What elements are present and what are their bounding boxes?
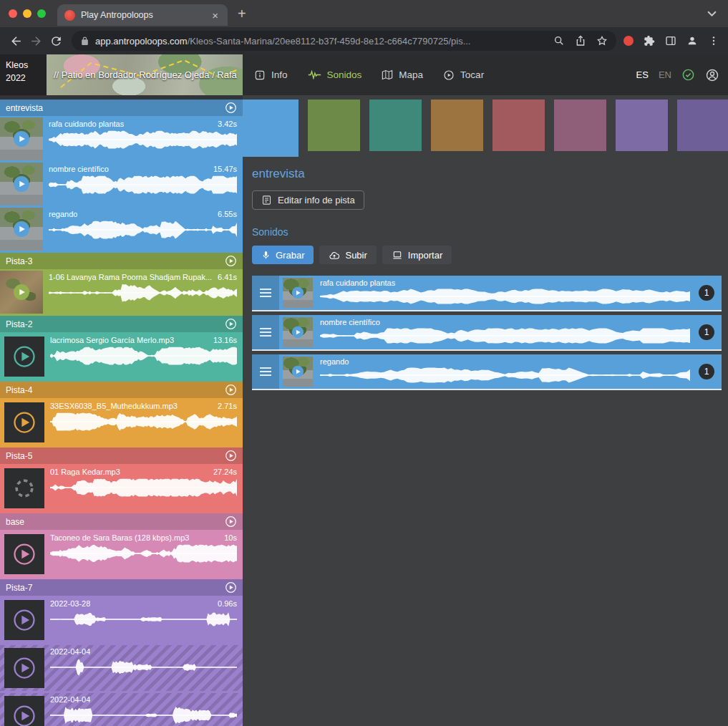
track-header[interactable]: Pista-4 (0, 382, 243, 398)
swatch-pista-8[interactable] (677, 100, 728, 151)
clip-loading-button[interactable] (4, 468, 44, 508)
share-icon[interactable] (575, 35, 586, 47)
edit-track-info-label: Editar info de pista (278, 195, 355, 205)
browser-tab[interactable]: Play Antropoloops × (57, 4, 228, 26)
clip-play-button[interactable] (4, 337, 44, 377)
reload-button[interactable] (46, 31, 66, 51)
swatch-pista-5[interactable] (492, 100, 545, 151)
clip-thumbnail[interactable] (0, 163, 43, 205)
clip-row[interactable]: lacrimosa Sergio García Merlo.mp313.16s (0, 334, 243, 379)
clip-name: 01 Raga Kedar.mp3 (50, 468, 120, 476)
count-badge: 1 (699, 364, 714, 379)
swatch-base[interactable] (554, 100, 606, 151)
tab-tocar[interactable]: Tocar (443, 69, 484, 81)
track-header[interactable]: Pista-3 (0, 253, 243, 269)
track-header[interactable]: Pista-2 (0, 316, 243, 332)
extensions-puzzle-icon[interactable] (644, 35, 655, 47)
clip-row[interactable]: Taconeo de Sara Baras (128 kbps).mp310s (0, 531, 243, 577)
bookmark-star-icon[interactable] (596, 35, 608, 47)
tab-info[interactable]: Info (254, 69, 288, 81)
sound-name: nombre científico (320, 318, 690, 326)
url-text: app.antropoloops.com/Kleos-Santa-Marina/… (95, 36, 546, 47)
forward-button[interactable] (26, 31, 46, 51)
tab-overflow-chevron-icon[interactable] (707, 11, 717, 17)
clip-play-button[interactable] (4, 600, 44, 640)
clip-thumbnail[interactable] (0, 208, 43, 251)
back-button[interactable] (6, 31, 26, 51)
new-tab-button[interactable]: + (238, 6, 246, 21)
close-window-button[interactable] (9, 9, 17, 18)
drag-handle[interactable] (252, 354, 279, 389)
track-header[interactable]: Pista-7 (0, 579, 243, 596)
play-track-icon[interactable] (225, 102, 237, 114)
play-track-icon[interactable] (225, 450, 237, 462)
minimize-window-button[interactable] (23, 9, 31, 18)
clip-row[interactable]: 2022-04-04 (0, 693, 243, 726)
browser-menu-icon[interactable] (708, 35, 719, 47)
sound-row[interactable]: nombre científico 1 (252, 315, 722, 351)
clip-row[interactable]: 2022-03-280.96s (0, 597, 243, 643)
clip-row[interactable]: rafa cuidando plantas3.42s (0, 117, 243, 160)
play-overlay-icon (291, 326, 304, 339)
clip-row[interactable]: 01 Raga Kedar.mp327.24s (0, 465, 243, 511)
clip-duration: 13.16s (213, 336, 237, 344)
zoom-icon[interactable] (553, 35, 565, 47)
play-track-icon[interactable] (225, 318, 237, 330)
drag-handle[interactable] (252, 315, 279, 349)
sound-thumbnail[interactable] (283, 317, 313, 347)
clip-duration: 0.96s (218, 599, 237, 608)
recorder-extension-icon[interactable] (623, 36, 634, 46)
map-banner[interactable]: // Patio en Bordador Rodríguez Ojeda / R… (47, 54, 243, 95)
swatch-pista-3[interactable] (308, 100, 360, 151)
clip-row[interactable]: regando6.55s (0, 208, 243, 251)
lang-es-button[interactable]: ES (636, 69, 649, 80)
clip-thumbnail[interactable] (0, 271, 43, 314)
track-header[interactable]: Pista-5 (0, 447, 243, 464)
play-track-icon[interactable] (225, 581, 237, 594)
clip-play-button[interactable] (4, 696, 44, 726)
clip-play-button[interactable] (4, 402, 44, 442)
tab-mapa[interactable]: Mapa (382, 69, 423, 80)
swatch-entrevista[interactable] (243, 100, 299, 157)
sound-row[interactable]: regando 1 (252, 354, 722, 390)
track-name: Pista-3 (6, 256, 225, 266)
import-button[interactable]: Importar (382, 246, 452, 264)
clip-row[interactable]: nombre científico15.47s (0, 163, 243, 205)
edit-track-info-button[interactable]: Editar info de pista (252, 190, 364, 210)
drag-handle[interactable] (252, 276, 279, 310)
track-header[interactable]: entrevista (0, 100, 243, 116)
sound-row[interactable]: rafa cuidando plantas 1 (252, 276, 722, 311)
play-track-icon[interactable] (225, 384, 237, 396)
fullscreen-window-button[interactable] (37, 9, 46, 18)
account-icon[interactable] (705, 68, 719, 82)
waveform (49, 221, 237, 239)
swatch-pista-4[interactable] (431, 100, 483, 151)
window-controls (9, 9, 46, 18)
tab-sonidos[interactable]: Sonidos (308, 69, 362, 80)
project-name[interactable]: Kleos 2022 (0, 54, 47, 95)
swatch-pista-2[interactable] (369, 100, 422, 151)
clip-play-button[interactable] (4, 648, 44, 688)
play-track-icon[interactable] (225, 516, 237, 528)
clip-row[interactable]: 2022-04-04 (0, 645, 243, 691)
close-tab-icon[interactable]: × (210, 9, 220, 22)
play-overlay-icon (291, 365, 304, 378)
url-bar[interactable]: app.antropoloops.com/Kleos-Santa-Marina/… (72, 31, 616, 51)
sound-name: regando (320, 357, 690, 366)
clip-body: nombre científico15.47s (43, 163, 243, 205)
clip-thumbnail[interactable] (0, 117, 43, 160)
clip-row[interactable]: 1-06 Lavanya Rama Poorna Shadjam Rupak..… (0, 271, 243, 314)
play-track-icon[interactable] (225, 255, 237, 267)
record-button[interactable]: Grabar (252, 246, 314, 264)
sound-body: rafa cuidando plantas (313, 276, 699, 310)
sound-thumbnail[interactable] (283, 278, 313, 308)
clip-play-button[interactable] (4, 534, 44, 574)
track-header[interactable]: base (0, 513, 243, 530)
side-panel-icon[interactable] (665, 35, 676, 47)
lang-en-button[interactable]: EN (659, 69, 671, 80)
profile-avatar[interactable] (686, 35, 698, 47)
clip-row[interactable]: 33ESX6038_B5_Muthedukkum.mp32.71s (0, 400, 243, 445)
sound-thumbnail[interactable] (283, 357, 313, 387)
upload-button[interactable]: Subir (319, 246, 376, 264)
swatch-pista-7[interactable] (616, 100, 668, 151)
